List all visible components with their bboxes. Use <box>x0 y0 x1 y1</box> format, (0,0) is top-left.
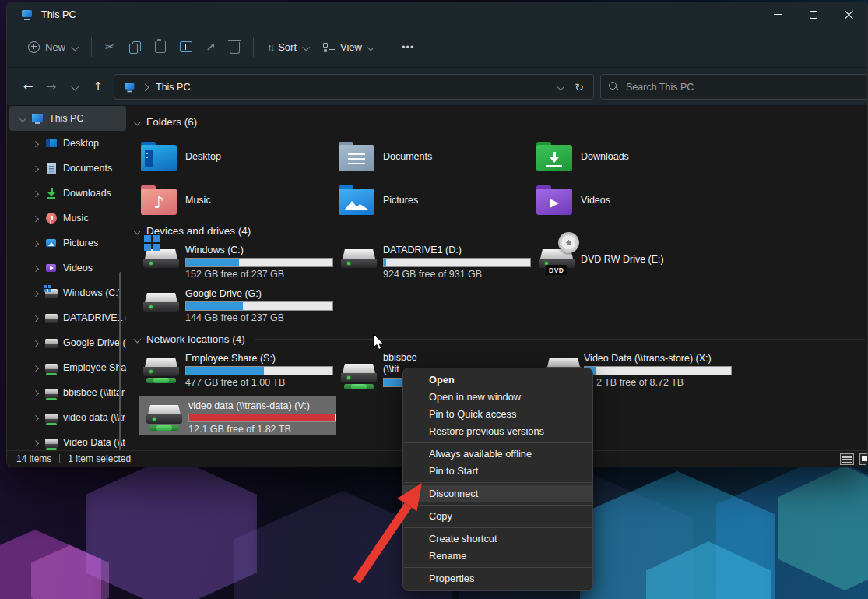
search-box[interactable] <box>600 74 868 100</box>
drive-name: DATADRIVE1 (D:) <box>383 244 531 257</box>
chevron-right-icon[interactable] <box>33 414 40 421</box>
sidebar-item-this-pc[interactable]: This PC <box>9 106 126 131</box>
rename-button[interactable] <box>173 37 199 57</box>
chevron-right-icon[interactable] <box>33 265 40 271</box>
menu-item-open-in-new-window[interactable]: Open in new window <box>403 389 592 406</box>
up-button[interactable]: ↑ <box>86 75 110 98</box>
menu-item-create-shortcut[interactable]: Create shortcut <box>403 530 592 548</box>
sidebar-item-google-drive[interactable]: Google Drive (G <box>9 330 126 355</box>
details-view-toggle[interactable] <box>840 453 854 465</box>
folder-tile-downloads[interactable]: Downloads <box>536 136 728 177</box>
chevron-right-icon[interactable] <box>33 215 40 221</box>
drive-video-data-v-selected[interactable]: video data (\\trans-data) (V:) 12.1 GB f… <box>139 396 336 435</box>
sidebar-item-desktop[interactable]: Desktop <box>9 131 126 156</box>
sidebar-item-videos[interactable]: Videos <box>9 255 126 280</box>
see-more-button[interactable]: ••• <box>395 37 422 58</box>
menu-item-always-available-offline[interactable]: Always available offline <box>403 446 592 463</box>
free-space-label: 152 GB free of 237 GB <box>185 268 333 280</box>
capacity-bar <box>185 366 333 375</box>
menu-item-rename[interactable]: Rename <box>403 548 592 565</box>
up-icon: ↑ <box>93 79 104 93</box>
folder-tile-music[interactable]: ♪ Music <box>141 180 332 220</box>
toolbar-separator <box>388 37 388 57</box>
menu-item-pin-to-start[interactable]: Pin to Start <box>403 463 592 480</box>
sidebar-scrollbar[interactable] <box>119 272 121 453</box>
menu-separator <box>404 527 592 528</box>
drive-employee-share-s[interactable]: Employee Share (S:) 477 GB free of 1.00 … <box>142 352 333 389</box>
sort-button[interactable]: ↑↓ Sort <box>260 37 316 58</box>
sidebar-item-windows-c[interactable]: Windows (C:) <box>9 280 126 305</box>
back-icon: ← <box>23 79 33 93</box>
menu-separator <box>404 567 592 568</box>
chevron-right-icon[interactable] <box>33 140 40 146</box>
capacity-bar <box>185 258 333 267</box>
section-header-devices[interactable]: Devices and drives (4) <box>133 225 865 237</box>
minimize-button[interactable] <box>760 2 796 26</box>
copy-button[interactable] <box>122 37 148 58</box>
sidebar-item-label: Documents <box>63 163 112 174</box>
refresh-icon[interactable]: ↻ <box>575 81 584 93</box>
section-header-folders[interactable]: Folders (6) <box>133 116 865 128</box>
chevron-right-icon[interactable] <box>33 439 40 446</box>
sidebar-item-downloads[interactable]: Downloads <box>9 181 126 206</box>
view-button[interactable]: View <box>316 37 381 58</box>
section-title: Folders (6) <box>146 116 197 128</box>
drive-dvd-e[interactable]: DVD DVD RW Drive (E:) <box>538 244 664 275</box>
menu-item-pin-to-quick-access[interactable]: Pin to Quick access <box>403 406 592 423</box>
sidebar-item-employee-share[interactable]: Employee Shar <box>9 355 126 380</box>
section-header-network[interactable]: Network locations (4) <box>133 333 865 345</box>
sidebar-item-video-data-x[interactable]: Video Data (\\t <box>9 430 126 450</box>
toolbar-separator <box>253 37 254 57</box>
folder-tile-videos[interactable]: ▶ Videos <box>536 180 728 220</box>
close-button[interactable] <box>831 2 867 26</box>
sidebar-item-pictures[interactable]: Pictures <box>9 231 126 255</box>
menu-item-restore-previous-versions[interactable]: Restore previous versions <box>403 423 592 440</box>
menu-item-disconnect[interactable]: Disconnect <box>403 485 592 502</box>
chevron-down-icon[interactable] <box>19 115 26 122</box>
downloads-folder-icon <box>536 142 572 171</box>
address-dropdown-icon[interactable] <box>557 83 564 90</box>
folder-tile-desktop[interactable]: Desktop <box>141 136 332 177</box>
sidebar-item-documents[interactable]: Documents <box>9 156 126 181</box>
chevron-right-icon[interactable] <box>33 190 40 196</box>
free-space-label: 924 GB free of 931 GB <box>383 268 531 280</box>
forward-button[interactable]: → <box>40 75 63 98</box>
menu-item-open[interactable]: Open <box>403 372 592 389</box>
chevron-right-icon[interactable] <box>33 340 40 346</box>
sidebar-item-bbisbee[interactable]: bbisbee (\\titar <box>9 380 126 405</box>
maximize-button[interactable] <box>796 2 831 26</box>
folder-tile-pictures[interactable]: Pictures <box>339 180 530 220</box>
drive-icon <box>340 244 378 275</box>
paste-button[interactable] <box>148 36 173 58</box>
chevron-right-icon[interactable] <box>33 240 40 246</box>
sidebar-item-music[interactable]: Music <box>9 206 126 231</box>
drive-windows-c[interactable]: Windows (C:) 152 GB free of 237 GB <box>142 244 333 280</box>
breadcrumb[interactable]: This PC <box>156 82 190 93</box>
menu-item-copy[interactable]: Copy <box>403 508 592 525</box>
search-input[interactable] <box>626 82 860 93</box>
share-button[interactable]: ↗ <box>199 37 223 58</box>
chevron-right-icon[interactable] <box>33 165 40 171</box>
capacity-bar <box>188 414 336 422</box>
cut-button[interactable]: ✂ <box>98 37 122 58</box>
sidebar-item-video-data-v[interactable]: video data (\\tr <box>9 405 126 430</box>
large-icons-view-toggle[interactable] <box>859 453 868 465</box>
window-title: This PC <box>41 9 76 20</box>
chevron-right-icon[interactable] <box>33 290 40 296</box>
plus-icon <box>28 41 40 53</box>
folder-tile-documents[interactable]: Documents <box>339 136 530 177</box>
menu-item-properties[interactable]: Properties <box>403 570 592 587</box>
chevron-down-icon <box>367 44 374 51</box>
chevron-right-icon[interactable] <box>33 315 40 321</box>
address-bar[interactable]: This PC ↻ <box>114 74 594 100</box>
sidebar-item-datadrive1[interactable]: DATADRIVE1 (D <box>9 305 126 330</box>
drive-google-g[interactable]: Google Drive (G:) 144 GB free of 237 GB <box>142 287 333 324</box>
chevron-right-icon[interactable] <box>33 365 40 371</box>
new-button[interactable]: New <box>21 37 85 58</box>
delete-button[interactable] <box>223 36 247 58</box>
chevron-right-icon[interactable] <box>33 389 40 396</box>
documents-icon <box>44 161 58 175</box>
recent-locations-button[interactable] <box>63 75 86 98</box>
drive-datadrive1-d[interactable]: DATADRIVE1 (D:) 924 GB free of 931 GB <box>340 244 531 280</box>
back-button[interactable]: ← <box>16 75 40 98</box>
